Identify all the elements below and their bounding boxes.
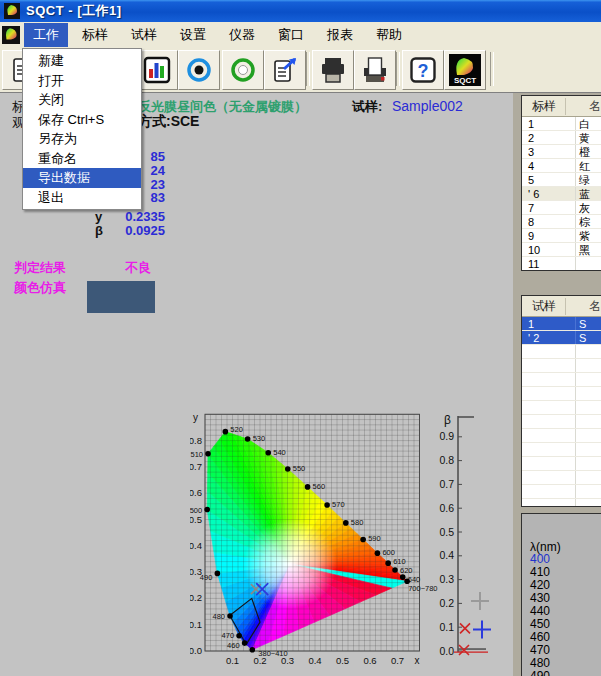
svg-text:x: x xyxy=(415,655,420,666)
table-row[interactable]: 5绿 xyxy=(522,173,601,187)
table-row[interactable] xyxy=(522,401,601,415)
menu-item-save[interactable]: 保存 Ctrl+S xyxy=(23,110,141,130)
menu-item-work[interactable]: 工作 xyxy=(24,23,68,47)
table-row[interactable]: 4红 xyxy=(522,159,601,173)
svg-text:β: β xyxy=(444,413,451,427)
measure-sample-button[interactable] xyxy=(222,50,264,90)
row-name xyxy=(576,471,601,484)
table-row[interactable]: 9紫 xyxy=(522,229,601,243)
sqct-logo-button[interactable]: SQCT xyxy=(444,50,486,90)
svg-text:y: y xyxy=(193,412,198,423)
svg-text:0.7: 0.7 xyxy=(439,478,454,490)
row-name: 红 xyxy=(576,159,601,172)
row-number xyxy=(522,471,576,484)
table-row[interactable] xyxy=(522,359,601,373)
svg-text:610: 610 xyxy=(393,557,406,566)
chart-view-button[interactable] xyxy=(136,50,178,90)
table-row[interactable] xyxy=(522,415,601,429)
row-number xyxy=(522,345,576,358)
table-row[interactable]: 2黄 xyxy=(522,131,601,145)
row-number: 3 xyxy=(522,145,576,158)
row-number: 5 xyxy=(522,173,576,186)
table-row[interactable]: 1白 xyxy=(522,117,601,131)
print-preview-icon xyxy=(360,55,390,85)
row-name: 黄 xyxy=(576,131,601,144)
svg-text:0.9: 0.9 xyxy=(439,430,454,442)
table-row[interactable] xyxy=(522,373,601,387)
row-name: 棕 xyxy=(576,215,601,228)
menu-item-report[interactable]: 报表 xyxy=(318,23,362,47)
table-row[interactable]: 1S xyxy=(522,317,601,331)
value: 0.2335 xyxy=(125,209,165,224)
export-report-button[interactable] xyxy=(264,50,306,90)
help-button[interactable]: ? xyxy=(402,50,444,90)
table-row[interactable] xyxy=(522,443,601,457)
table-row[interactable] xyxy=(522,485,601,499)
svg-text:480: 480 xyxy=(213,612,226,621)
title-bar[interactable]: SQCT - [工作1] xyxy=(0,0,601,22)
menu-item-open[interactable]: 打开 xyxy=(23,71,141,91)
svg-text:0.1: 0.1 xyxy=(226,655,239,666)
svg-text:0.1: 0.1 xyxy=(190,619,202,630)
chromaticity-chart: 380~410460470480490500510520530540550560… xyxy=(190,404,515,676)
table-row[interactable]: ' 6蓝 xyxy=(522,187,601,201)
svg-text:0.4: 0.4 xyxy=(308,655,321,666)
svg-text:SQCT: SQCT xyxy=(454,76,476,85)
window-title: SQCT - [工作1] xyxy=(26,2,122,20)
row-number: 4 xyxy=(522,159,576,172)
svg-text:540: 540 xyxy=(273,448,286,457)
svg-text:0.4: 0.4 xyxy=(439,549,454,561)
row-name: 橙 xyxy=(576,145,601,158)
table-row[interactable] xyxy=(522,457,601,471)
print-button[interactable] xyxy=(312,50,354,90)
print-preview-button[interactable] xyxy=(354,50,396,90)
row-number: 8 xyxy=(522,215,576,228)
svg-text:0.1: 0.1 xyxy=(439,621,454,633)
menu-item-sample[interactable]: 试样 xyxy=(122,23,166,47)
table-row[interactable]: 7灰 xyxy=(522,201,601,215)
table-row[interactable] xyxy=(522,429,601,443)
menu-item-export-data[interactable]: 导出数据 xyxy=(23,168,141,188)
row-number xyxy=(522,485,576,498)
judge-result-label: 判定结果 xyxy=(14,259,66,277)
menu-item-settings[interactable]: 设置 xyxy=(171,23,215,47)
row-name xyxy=(576,457,601,470)
table-row[interactable] xyxy=(522,499,601,507)
row-number: ' 2 xyxy=(522,331,576,344)
menu-item-rename[interactable]: 重命名 xyxy=(23,149,141,169)
table-row[interactable]: 8棕 xyxy=(522,215,601,229)
menu-item-help[interactable]: 帮助 xyxy=(367,23,411,47)
table-row[interactable]: 11 xyxy=(522,257,601,271)
svg-text:0.3: 0.3 xyxy=(190,566,202,577)
table-row[interactable]: ' 2S xyxy=(522,331,601,345)
table-row[interactable] xyxy=(522,387,601,401)
svg-text:0.0: 0.0 xyxy=(439,645,454,657)
svg-text:0.3: 0.3 xyxy=(281,655,294,666)
svg-text:0.6: 0.6 xyxy=(363,655,376,666)
row-name: S xyxy=(576,317,601,330)
table-row[interactable]: 10黑 xyxy=(522,243,601,257)
row-name xyxy=(576,401,601,414)
menu-item-exit[interactable]: 退出 xyxy=(23,188,141,208)
menu-item-new[interactable]: 新建 xyxy=(23,51,141,71)
table-row[interactable] xyxy=(522,471,601,485)
row-number xyxy=(522,387,576,400)
menu-item-standard[interactable]: 标样 xyxy=(73,23,117,47)
document-menu-icon[interactable] xyxy=(2,26,20,44)
menu-bar: 工作 标样 试样 设置 仪器 窗口 报表 帮助 xyxy=(0,22,601,48)
svg-text:0.2: 0.2 xyxy=(439,597,454,609)
table-row[interactable] xyxy=(522,345,601,359)
row-number xyxy=(522,443,576,456)
sample-name: Sample002 xyxy=(392,98,463,114)
wavelength-value[interactable]: 490 xyxy=(530,670,550,676)
menu-item-close[interactable]: 关闭 xyxy=(23,90,141,110)
measure-standard-button[interactable] xyxy=(178,50,220,90)
svg-text:0.4: 0.4 xyxy=(190,540,202,551)
menu-item-instrument[interactable]: 仪器 xyxy=(220,23,264,47)
table-row[interactable]: 3橙 xyxy=(522,145,601,159)
svg-text:530: 530 xyxy=(253,434,266,443)
menu-item-save-as[interactable]: 另存为 xyxy=(23,129,141,149)
printer-icon xyxy=(318,55,348,85)
menu-item-window[interactable]: 窗口 xyxy=(269,23,313,47)
app-window: SQCT - [工作1] 工作 标样 试样 设置 仪器 窗口 报表 帮助 xyxy=(0,0,601,676)
